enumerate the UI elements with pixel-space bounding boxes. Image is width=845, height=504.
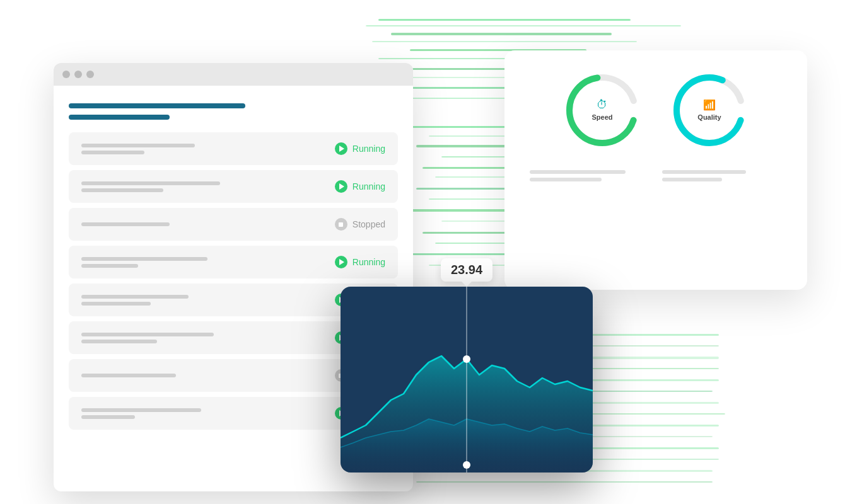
svg-rect-3	[372, 41, 637, 42]
browser-dot-red	[62, 71, 70, 78]
list-bar	[81, 264, 138, 268]
svg-rect-37	[416, 481, 713, 483]
list-bar	[81, 374, 176, 377]
chart-tooltip: 23.94	[441, 258, 492, 282]
chart-card	[341, 287, 593, 472]
list-item-content	[81, 295, 189, 306]
svg-point-48	[463, 461, 470, 469]
metrics-section	[523, 170, 788, 185]
list-item[interactable]: Running	[69, 170, 398, 203]
metric-block-2	[662, 170, 782, 185]
speed-gauge: ⏱ Speed	[561, 69, 643, 151]
list-item-content	[81, 408, 201, 419]
item-status: Running	[335, 142, 385, 155]
quality-gauge: 📶 Quality	[668, 69, 750, 151]
svg-text:Quality: Quality	[697, 113, 721, 121]
status-label: Running	[353, 181, 385, 192]
item-status: Stopped	[335, 218, 385, 231]
tooltip-value: 23.94	[451, 263, 482, 277]
dashboard-panel: ⏱ Speed 📶 Quality	[504, 50, 807, 290]
list-bar	[81, 222, 170, 226]
title-bar-1	[69, 103, 245, 108]
svg-rect-0	[378, 19, 631, 21]
list-bar	[81, 333, 214, 336]
svg-text:📶: 📶	[703, 99, 716, 111]
list-bar	[81, 144, 195, 147]
gauges-row: ⏱ Speed 📶 Quality	[523, 69, 788, 151]
svg-rect-2	[391, 33, 612, 35]
running-icon	[335, 142, 347, 155]
list-bar	[81, 188, 163, 192]
chart-svg	[341, 287, 593, 472]
svg-point-47	[463, 355, 470, 363]
list-bar	[81, 295, 189, 299]
title-bar-2	[69, 115, 170, 120]
tooltip-arrow	[462, 282, 472, 287]
list-item-content	[81, 374, 176, 377]
metric-line	[662, 170, 746, 174]
list-bar	[81, 340, 157, 343]
browser-dot-green	[86, 71, 94, 78]
metric-line	[530, 170, 626, 174]
list-bar	[81, 408, 201, 412]
browser-dot-yellow	[74, 71, 82, 78]
status-label: Running	[353, 144, 385, 154]
list-item-content	[81, 181, 220, 192]
quality-gauge-svg: 📶 Quality	[668, 69, 750, 151]
status-label: Stopped	[353, 219, 385, 229]
speed-gauge-svg: ⏱ Speed	[561, 69, 643, 151]
list-item[interactable]: Stopped	[69, 208, 398, 241]
svg-text:⏱: ⏱	[597, 98, 608, 111]
svg-text:Speed: Speed	[592, 113, 612, 121]
metric-line	[530, 178, 602, 181]
list-bar	[81, 415, 135, 419]
list-bar	[81, 257, 207, 261]
running-icon	[335, 180, 347, 193]
list-item-content	[81, 144, 195, 154]
list-bar	[81, 181, 220, 185]
list-bar	[81, 302, 151, 306]
metric-block-1	[530, 170, 650, 185]
chart-tooltip-wrapper: 23.94	[341, 258, 593, 282]
chart-card-wrapper: 23.94	[341, 258, 593, 472]
svg-rect-1	[366, 25, 681, 26]
metric-line	[662, 178, 722, 181]
browser-titlebar	[54, 63, 413, 86]
list-bar	[81, 151, 144, 154]
list-item-content	[81, 333, 214, 343]
item-status: Running	[335, 180, 385, 193]
list-item-content	[81, 222, 170, 226]
list-item[interactable]: Running	[69, 132, 398, 165]
stopped-icon	[335, 218, 347, 231]
list-item-content	[81, 257, 207, 268]
